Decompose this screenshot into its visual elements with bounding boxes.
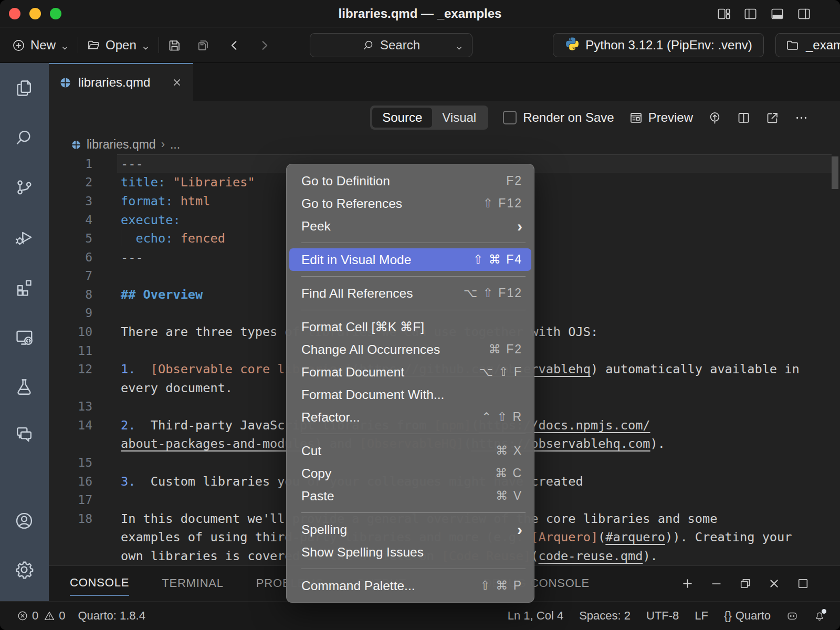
workspace-selector[interactable]: _examples [775,33,840,57]
toolbar-divider [78,37,78,53]
breadcrumb-file[interactable]: libraries.qmd [87,138,156,152]
menu-item-go-to-references[interactable]: Go to References⇧ F12 [287,192,534,215]
cursor-position-label: Ln 1, Col 4 [508,609,563,623]
breadcrumb-more[interactable]: ... [170,138,180,152]
toggle-secondary-sidebar-icon[interactable] [797,7,811,21]
menu-separator [301,276,526,277]
menu-item-format-document[interactable]: Format Document⌥ ⇧ F [287,361,534,383]
braces-icon: {} [724,609,732,623]
account-icon[interactable] [14,511,34,531]
save-all-icon[interactable] [195,38,209,52]
save-icon[interactable] [167,38,182,52]
maximize-panel-icon[interactable] [796,577,810,590]
open-in-new-window-icon[interactable] [765,111,780,125]
folder-open-icon [87,38,101,52]
panel-tab-console[interactable]: CONSOLE [70,572,129,596]
menu-item-shortcut: ⇧ ⌘ F4 [473,253,522,267]
split-editor-icon[interactable] [737,111,751,125]
title-bar: libraries.qmd — _examples [0,0,840,27]
menu-item-label: Spelling [301,522,517,537]
menu-item-find-all-references[interactable]: Find All References⌥ ⇧ F12 [287,282,534,304]
menu-item-edit-in-visual-mode[interactable]: Edit in Visual Mode⇧ ⌘ F4 [289,248,531,271]
close-icon[interactable] [768,577,781,590]
render-on-save-checkbox[interactable] [503,111,517,124]
status-notifications[interactable] [814,610,825,622]
new-button[interactable]: New [12,38,69,52]
navigate-forward-icon[interactable] [257,38,271,52]
preview-button[interactable]: Preview [629,110,693,125]
render-on-save-toggle[interactable]: Render on Save [503,110,614,125]
app-window: libraries.qmd — _examples New Open Searc… [0,0,840,630]
restore-icon[interactable] [739,577,752,590]
menu-item-go-to-definition[interactable]: Go to DefinitionF2 [287,170,534,192]
publish-icon[interactable] [708,111,722,125]
close-tab-icon[interactable] [171,77,183,88]
editor-scrollbar-thumb[interactable] [832,156,838,189]
menu-item-cut[interactable]: Cut⌘ X [287,439,534,462]
status-encoding[interactable]: UTF-8 [646,609,679,623]
add-icon[interactable] [681,577,694,590]
comments-icon[interactable] [14,424,34,444]
line-number: 16 [49,475,92,488]
menu-item-paste[interactable]: Paste⌘ V [287,485,534,507]
remote-explorer-icon[interactable] [14,327,34,347]
customize-layout-icon[interactable] [717,7,731,21]
menu-item-refactor[interactable]: Refactor...⌃ ⇧ R [287,406,534,428]
menu-item-show-spelling-issues[interactable]: Show Spelling Issues [287,541,534,563]
menu-item-format-cell-k-f[interactable]: Format Cell [⌘K ⌘F] [287,316,534,338]
code-text: every document. [121,381,233,395]
status-cursor-position[interactable]: Ln 1, Col 4 [508,609,563,623]
menu-item-label: Peek [301,219,517,234]
preview-label: Preview [648,110,693,125]
open-button[interactable]: Open [87,38,150,52]
status-indentation[interactable]: Spaces: 2 [579,609,631,623]
menu-item-format-document-with[interactable]: Format Document With... [287,383,534,406]
context-menu: Go to DefinitionF2Go to References⇧ F12P… [286,164,534,603]
interpreter-selector[interactable]: Python 3.12.1 (PipEnv: .venv) [553,33,764,57]
status-warning-count[interactable]: 0 [44,609,65,623]
menu-item-shortcut: ⇧ F12 [483,196,522,211]
toggle-primary-sidebar-icon[interactable] [743,7,758,21]
status-quarto-version[interactable]: Quarto: 1.8.4 [78,609,145,623]
tab-libraries-qmd[interactable]: libraries.qmd [49,63,193,101]
status-error-count[interactable]: 0 [17,609,38,623]
menu-item-label: Change All Occurrences [301,342,489,357]
source-mode-button[interactable]: Source [372,108,432,128]
line-number: 8 [49,288,92,301]
search-icon[interactable] [14,128,34,148]
line-number: 13 [49,400,92,413]
menu-item-change-all-occurrences[interactable]: Change All Occurrences⌘ F2 [287,338,534,361]
code-text: format: html [121,194,210,208]
menu-item-copy[interactable]: Copy⌘ C [287,462,534,485]
status-language-mode[interactable]: {}Quarto [724,609,771,623]
toggle-panel-icon[interactable] [770,7,784,21]
more-actions-icon[interactable] [794,111,808,125]
tab-bar: libraries.qmd [49,63,840,101]
menu-item-spelling[interactable]: Spelling› [287,518,534,541]
line-number: 17 [49,493,92,507]
visual-mode-button[interactable]: Visual [432,108,486,128]
code-text: ## Overview [121,287,203,302]
menu-item-shortcut: ⇧ ⌘ P [480,579,522,593]
explorer-icon[interactable] [14,78,34,98]
render-on-save-label: Render on Save [523,110,614,125]
menu-separator [301,512,526,513]
status-eol[interactable]: LF [695,609,708,623]
extensions-icon[interactable] [14,277,34,297]
tab-label: libraries.qmd [78,75,150,90]
menu-separator [301,569,526,569]
run-debug-icon[interactable] [14,227,34,247]
status-assistant[interactable] [786,610,798,622]
source-control-icon[interactable] [14,177,34,197]
navigate-back-icon[interactable] [227,38,242,52]
open-button-label: Open [106,38,136,52]
submenu-arrow-icon: › [517,221,522,232]
menu-item-peek[interactable]: Peek› [287,215,534,237]
settings-icon[interactable] [14,560,34,580]
minimize-icon[interactable] [710,577,723,590]
panel-tab-terminal[interactable]: TERMINAL [162,572,224,595]
warning-count-label: 0 [59,609,65,623]
menu-item-command-palette[interactable]: Command Palette...⇧ ⌘ P [287,574,534,597]
global-search-box[interactable]: Search [310,33,472,57]
testing-icon[interactable] [14,377,34,397]
